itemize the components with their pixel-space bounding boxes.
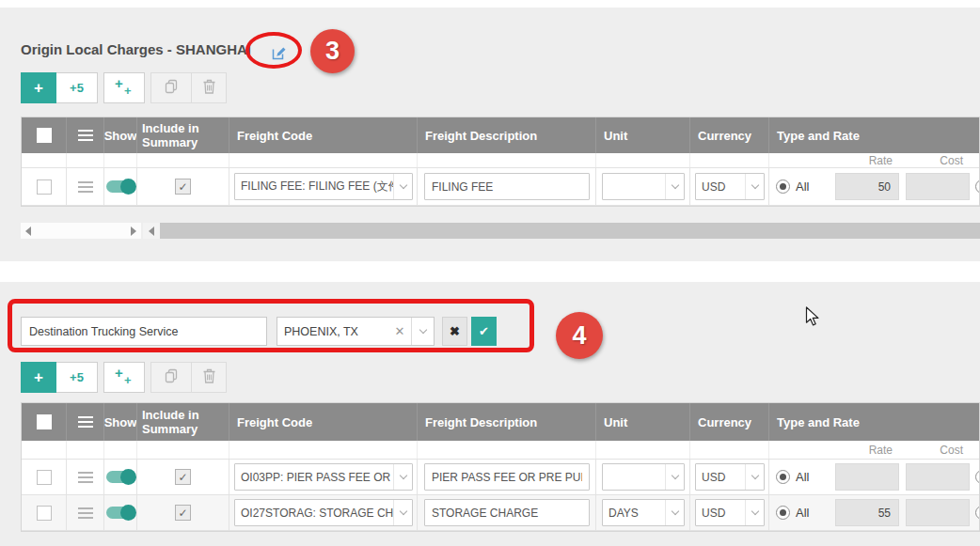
chevron-down-icon[interactable] — [411, 318, 434, 345]
table-row: ✓ OI27STORAG: STORAGE CHARG DAYS USD — [22, 495, 980, 531]
copy-rows-button[interactable] — [150, 72, 192, 103]
cancel-button[interactable]: ✖ — [442, 317, 467, 346]
drag-handle-icon[interactable] — [78, 181, 93, 193]
add-five-rows-button[interactable]: +5 — [56, 362, 98, 393]
include-in-summary-checkbox[interactable]: ✓ — [175, 179, 191, 195]
copy-icon — [164, 368, 179, 386]
include-in-summary-checkbox[interactable]: ✓ — [175, 469, 191, 485]
origin-section-title: Origin Local Charges - SHANGHAI — [21, 41, 251, 57]
add-multiple-button[interactable]: + + — [103, 362, 145, 393]
column-header-show: Show — [104, 403, 137, 441]
include-in-summary-checkbox[interactable]: ✓ — [175, 505, 191, 521]
rate-field[interactable] — [835, 463, 899, 491]
edit-icon[interactable] — [271, 45, 287, 61]
add-row-button[interactable]: + — [21, 72, 56, 103]
scroll-left-arrow-icon[interactable] — [149, 226, 154, 236]
table-header-row: Show Include in Summary Freight Code Fre… — [22, 403, 980, 441]
column-header-freight-description: Freight Description — [418, 403, 596, 441]
currency-value: USD — [696, 507, 745, 520]
drag-handle-icon[interactable] — [78, 507, 93, 519]
column-header-include: Include in Summary — [137, 403, 229, 441]
chevron-down-icon — [745, 174, 764, 199]
column-header-show: Show — [104, 117, 137, 153]
table-subheader-row: Rate Cost — [22, 441, 980, 460]
mouse-cursor — [805, 306, 824, 331]
table-row: ✓ OI03PP: PIER PASS FEE OR PRE USD — [22, 460, 980, 495]
show-toggle[interactable] — [106, 507, 134, 519]
cost-field[interactable] — [906, 173, 970, 200]
trash-icon — [202, 368, 216, 386]
currency-select[interactable]: USD — [695, 463, 765, 491]
drag-handle-icon[interactable] — [78, 472, 93, 483]
cost-field[interactable] — [906, 463, 970, 491]
chevron-down-icon — [665, 174, 684, 199]
add-multiple-button[interactable]: + + — [103, 72, 145, 103]
row-select-checkbox[interactable] — [37, 179, 52, 195]
select-all-checkbox[interactable] — [37, 414, 52, 429]
column-header-type-and-rate: Type and Rate — [769, 403, 980, 441]
origin-toolbar: + +5 + + — [21, 72, 227, 103]
currency-select[interactable]: USD — [695, 499, 765, 526]
column-header-freight-code: Freight Code — [229, 117, 418, 153]
select-all-checkbox[interactable] — [37, 128, 52, 143]
freight-code-value: FILING FEE: FILING FEE (文件費) — [235, 179, 393, 195]
clear-icon[interactable]: ✕ — [388, 324, 411, 338]
type-radio-partial[interactable] — [975, 179, 980, 194]
trash-icon — [202, 79, 216, 97]
frozen-columns-scrollbar[interactable] — [21, 223, 141, 239]
origin-charges-table: Show Include in Summary Freight Code Fre… — [21, 117, 980, 207]
type-radio-partial[interactable] — [975, 506, 980, 520]
horizontal-scrollbar[interactable] — [143, 223, 980, 239]
unit-select[interactable]: DAYS — [602, 499, 685, 526]
origin-local-charges-section: Origin Local Charges - SHANGHAI 3 + +5 +… — [0, 8, 980, 261]
table-row: ✓ FILING FEE: FILING FEE (文件費) USD — [22, 168, 980, 206]
chevron-down-icon — [745, 464, 764, 490]
type-all-label: All — [796, 506, 809, 520]
cost-field[interactable] — [906, 499, 970, 526]
row-select-checkbox[interactable] — [37, 506, 52, 521]
type-all-radio[interactable] — [776, 506, 790, 520]
freight-code-value: OI03PP: PIER PASS FEE OR PRE — [235, 471, 393, 484]
type-radio-partial[interactable] — [975, 470, 980, 484]
column-header-type-and-rate: Type and Rate — [769, 117, 980, 153]
column-header-include: Include in Summary — [137, 117, 229, 153]
column-header-freight-code: Freight Code — [229, 403, 418, 441]
scroll-right-arrow-icon[interactable] — [131, 226, 136, 236]
currency-select[interactable]: USD — [695, 173, 765, 200]
scrollbar-thumb[interactable] — [160, 223, 980, 239]
freight-description-input[interactable] — [424, 499, 590, 526]
show-toggle[interactable] — [106, 471, 134, 483]
unit-select[interactable] — [602, 463, 685, 491]
table-header-row: Show Include in Summary Freight Code Fre… — [22, 117, 980, 153]
section-name-input[interactable] — [21, 317, 267, 346]
plus-icon: + — [124, 373, 132, 387]
show-toggle[interactable] — [106, 180, 134, 193]
plus-icon: + — [115, 75, 123, 91]
freight-code-value: OI27STORAG: STORAGE CHARG — [235, 507, 393, 520]
copy-rows-button[interactable] — [150, 362, 192, 393]
row-select-checkbox[interactable] — [37, 470, 52, 485]
confirm-button[interactable]: ✔ — [471, 317, 497, 346]
delete-rows-button[interactable] — [192, 362, 227, 393]
freight-description-input[interactable] — [424, 463, 590, 491]
add-row-button[interactable]: + — [21, 362, 56, 393]
chevron-down-icon — [393, 500, 412, 525]
type-all-radio[interactable] — [776, 470, 790, 484]
rate-field[interactable]: 50 — [835, 173, 899, 200]
freight-description-input[interactable] — [424, 173, 590, 200]
unit-select[interactable] — [602, 173, 685, 200]
add-five-rows-button[interactable]: +5 — [56, 72, 98, 103]
location-combobox[interactable]: PHOENIX, TX ✕ — [277, 317, 435, 346]
delete-rows-button[interactable] — [192, 72, 227, 103]
freight-code-select[interactable]: OI03PP: PIER PASS FEE OR PRE — [234, 463, 413, 491]
drag-handle-icon — [78, 130, 93, 141]
rate-field[interactable]: 55 — [835, 499, 899, 526]
plus-icon: + — [115, 365, 123, 381]
scroll-left-arrow-icon[interactable] — [25, 226, 31, 236]
freight-code-select[interactable]: OI27STORAG: STORAGE CHARG — [234, 499, 413, 526]
copy-icon — [164, 79, 179, 97]
column-header-currency: Currency — [690, 117, 769, 153]
annotation-badge-4: 4 — [556, 312, 603, 359]
type-all-radio[interactable] — [776, 179, 790, 194]
freight-code-select[interactable]: FILING FEE: FILING FEE (文件費) — [234, 173, 413, 200]
